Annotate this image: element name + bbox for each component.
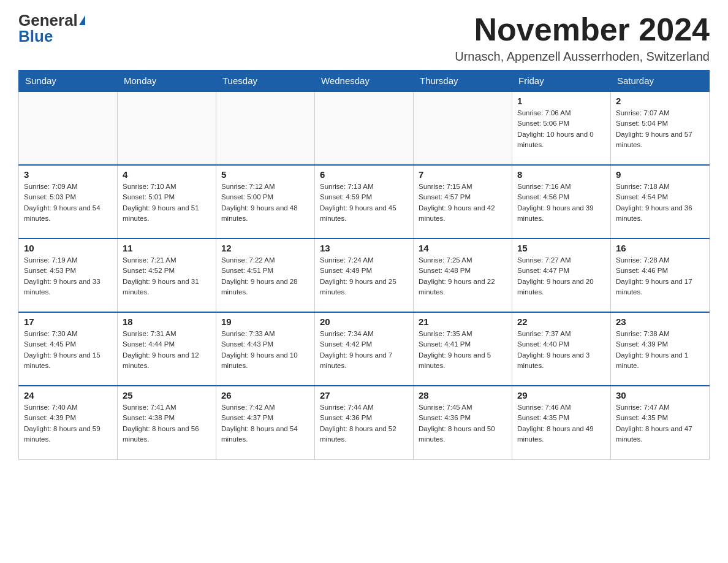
calendar-cell: 10Sunrise: 7:19 AMSunset: 4:53 PMDayligh… xyxy=(19,239,118,312)
day-info: Sunrise: 7:28 AMSunset: 4:46 PMDaylight:… xyxy=(616,255,704,297)
day-info: Sunrise: 7:15 AMSunset: 4:57 PMDaylight:… xyxy=(419,182,507,224)
day-number: 27 xyxy=(320,390,408,400)
logo: General Blue xyxy=(18,12,85,44)
day-number: 29 xyxy=(517,390,605,400)
calendar-cell: 4Sunrise: 7:10 AMSunset: 5:01 PMDaylight… xyxy=(118,165,216,239)
logo-blue: Blue xyxy=(18,28,53,44)
day-number: 25 xyxy=(123,390,211,400)
calendar-cell: 16Sunrise: 7:28 AMSunset: 4:46 PMDayligh… xyxy=(611,239,710,312)
day-info: Sunrise: 7:30 AMSunset: 4:45 PMDaylight:… xyxy=(24,329,112,371)
calendar-cell: 20Sunrise: 7:34 AMSunset: 4:42 PMDayligh… xyxy=(315,312,414,386)
calendar-cell: 27Sunrise: 7:44 AMSunset: 4:36 PMDayligh… xyxy=(315,386,414,459)
calendar-cell xyxy=(315,91,414,165)
calendar-cell xyxy=(216,91,315,165)
day-info: Sunrise: 7:45 AMSunset: 4:36 PMDaylight:… xyxy=(419,402,507,445)
calendar-cell: 17Sunrise: 7:30 AMSunset: 4:45 PMDayligh… xyxy=(19,312,118,386)
day-number: 5 xyxy=(221,169,309,180)
day-number: 30 xyxy=(616,390,704,400)
calendar-cell: 6Sunrise: 7:13 AMSunset: 4:59 PMDaylight… xyxy=(315,165,414,239)
calendar-cell: 26Sunrise: 7:42 AMSunset: 4:37 PMDayligh… xyxy=(216,386,315,459)
day-info: Sunrise: 7:22 AMSunset: 4:51 PMDaylight:… xyxy=(221,255,309,297)
day-info: Sunrise: 7:27 AMSunset: 4:47 PMDaylight:… xyxy=(517,255,605,297)
calendar-cell: 29Sunrise: 7:46 AMSunset: 4:35 PMDayligh… xyxy=(512,386,611,459)
week-row-5: 24Sunrise: 7:40 AMSunset: 4:39 PMDayligh… xyxy=(19,386,710,459)
day-number: 8 xyxy=(517,169,605,180)
day-number: 10 xyxy=(24,243,112,253)
day-number: 16 xyxy=(616,243,704,253)
title-area: November 2024 Urnasch, Appenzell Ausserr… xyxy=(455,12,710,64)
day-info: Sunrise: 7:25 AMSunset: 4:48 PMDaylight:… xyxy=(419,255,507,297)
day-number: 1 xyxy=(517,96,605,106)
day-number: 21 xyxy=(419,316,507,327)
month-title: November 2024 xyxy=(455,12,710,47)
calendar-cell: 14Sunrise: 7:25 AMSunset: 4:48 PMDayligh… xyxy=(414,239,512,312)
calendar-cell: 18Sunrise: 7:31 AMSunset: 4:44 PMDayligh… xyxy=(118,312,216,386)
weekday-header-tuesday: Tuesday xyxy=(216,71,315,92)
day-number: 14 xyxy=(419,243,507,253)
page-header: General Blue November 2024 Urnasch, Appe… xyxy=(18,12,710,64)
day-number: 7 xyxy=(419,169,507,180)
day-info: Sunrise: 7:38 AMSunset: 4:39 PMDaylight:… xyxy=(616,329,704,371)
calendar-cell: 11Sunrise: 7:21 AMSunset: 4:52 PMDayligh… xyxy=(118,239,216,312)
calendar-cell xyxy=(118,91,216,165)
calendar-cell xyxy=(414,91,512,165)
day-info: Sunrise: 7:06 AMSunset: 5:06 PMDaylight:… xyxy=(517,108,605,150)
logo-triangle-icon xyxy=(79,15,85,25)
calendar-cell: 30Sunrise: 7:47 AMSunset: 4:35 PMDayligh… xyxy=(611,386,710,459)
day-info: Sunrise: 7:18 AMSunset: 4:54 PMDaylight:… xyxy=(616,182,704,224)
weekday-header-monday: Monday xyxy=(118,71,216,92)
weekday-header-sunday: Sunday xyxy=(19,71,118,92)
day-number: 28 xyxy=(419,390,507,400)
calendar-cell: 23Sunrise: 7:38 AMSunset: 4:39 PMDayligh… xyxy=(611,312,710,386)
calendar-cell: 9Sunrise: 7:18 AMSunset: 4:54 PMDaylight… xyxy=(611,165,710,239)
day-info: Sunrise: 7:07 AMSunset: 5:04 PMDaylight:… xyxy=(616,108,704,150)
calendar-cell: 13Sunrise: 7:24 AMSunset: 4:49 PMDayligh… xyxy=(315,239,414,312)
calendar-cell: 3Sunrise: 7:09 AMSunset: 5:03 PMDaylight… xyxy=(19,165,118,239)
calendar-cell: 28Sunrise: 7:45 AMSunset: 4:36 PMDayligh… xyxy=(414,386,512,459)
day-number: 4 xyxy=(123,169,211,180)
day-info: Sunrise: 7:37 AMSunset: 4:40 PMDaylight:… xyxy=(517,329,605,371)
day-number: 12 xyxy=(221,243,309,253)
day-number: 15 xyxy=(517,243,605,253)
location-title: Urnasch, Appenzell Ausserrhoden, Switzer… xyxy=(455,50,710,64)
weekday-header-thursday: Thursday xyxy=(414,71,512,92)
calendar-cell: 25Sunrise: 7:41 AMSunset: 4:38 PMDayligh… xyxy=(118,386,216,459)
calendar-cell: 19Sunrise: 7:33 AMSunset: 4:43 PMDayligh… xyxy=(216,312,315,386)
day-number: 11 xyxy=(123,243,211,253)
day-info: Sunrise: 7:10 AMSunset: 5:01 PMDaylight:… xyxy=(123,182,211,224)
day-info: Sunrise: 7:35 AMSunset: 4:41 PMDaylight:… xyxy=(419,329,507,371)
day-number: 18 xyxy=(123,316,211,327)
calendar-cell: 15Sunrise: 7:27 AMSunset: 4:47 PMDayligh… xyxy=(512,239,611,312)
day-info: Sunrise: 7:33 AMSunset: 4:43 PMDaylight:… xyxy=(221,329,309,371)
calendar-table: SundayMondayTuesdayWednesdayThursdayFrid… xyxy=(18,70,710,460)
day-info: Sunrise: 7:19 AMSunset: 4:53 PMDaylight:… xyxy=(24,255,112,297)
day-number: 20 xyxy=(320,316,408,327)
day-info: Sunrise: 7:47 AMSunset: 4:35 PMDaylight:… xyxy=(616,402,704,445)
calendar-cell: 22Sunrise: 7:37 AMSunset: 4:40 PMDayligh… xyxy=(512,312,611,386)
day-number: 22 xyxy=(517,316,605,327)
day-info: Sunrise: 7:34 AMSunset: 4:42 PMDaylight:… xyxy=(320,329,408,371)
week-row-4: 17Sunrise: 7:30 AMSunset: 4:45 PMDayligh… xyxy=(19,312,710,386)
day-number: 13 xyxy=(320,243,408,253)
calendar-cell: 7Sunrise: 7:15 AMSunset: 4:57 PMDaylight… xyxy=(414,165,512,239)
day-number: 23 xyxy=(616,316,704,327)
week-row-2: 3Sunrise: 7:09 AMSunset: 5:03 PMDaylight… xyxy=(19,165,710,239)
day-number: 26 xyxy=(221,390,309,400)
weekday-header-wednesday: Wednesday xyxy=(315,71,414,92)
calendar-cell: 1Sunrise: 7:06 AMSunset: 5:06 PMDaylight… xyxy=(512,91,611,165)
logo-general: General xyxy=(18,12,78,28)
calendar-cell: 12Sunrise: 7:22 AMSunset: 4:51 PMDayligh… xyxy=(216,239,315,312)
calendar-cell: 8Sunrise: 7:16 AMSunset: 4:56 PMDaylight… xyxy=(512,165,611,239)
day-info: Sunrise: 7:12 AMSunset: 5:00 PMDaylight:… xyxy=(221,182,309,224)
day-info: Sunrise: 7:24 AMSunset: 4:49 PMDaylight:… xyxy=(320,255,408,297)
day-info: Sunrise: 7:42 AMSunset: 4:37 PMDaylight:… xyxy=(221,402,309,445)
weekday-header-friday: Friday xyxy=(512,71,611,92)
week-row-1: 1Sunrise: 7:06 AMSunset: 5:06 PMDaylight… xyxy=(19,91,710,165)
day-info: Sunrise: 7:44 AMSunset: 4:36 PMDaylight:… xyxy=(320,402,408,445)
day-number: 19 xyxy=(221,316,309,327)
calendar-cell: 2Sunrise: 7:07 AMSunset: 5:04 PMDaylight… xyxy=(611,91,710,165)
day-number: 6 xyxy=(320,169,408,180)
day-info: Sunrise: 7:31 AMSunset: 4:44 PMDaylight:… xyxy=(123,329,211,371)
day-number: 3 xyxy=(24,169,112,180)
calendar-header-row: SundayMondayTuesdayWednesdayThursdayFrid… xyxy=(19,71,710,92)
